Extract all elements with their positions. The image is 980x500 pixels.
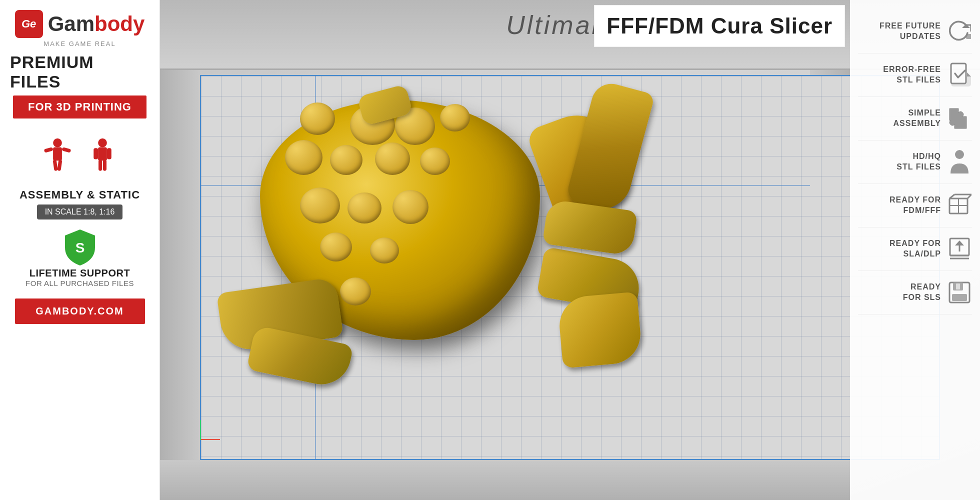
svg-rect-2 [44,147,53,152]
premium-files-label: PREMIUM FILES [10,52,150,92]
feature-error-free-text: ERROR-FREE STL FILES [883,64,941,86]
feature-free-updates: FREE FUTURE UPDATES [858,10,972,54]
feature-simple-assembly: SIMPLE ASSEMBLY [858,97,972,140]
feature-error-free: ERROR-FREE STL FILES [858,54,972,97]
3d-model [210,85,660,425]
logo-area: Ge Gambody MAKE GAME REAL PREMIUM FILES … [0,0,160,128]
document-check-icon [947,62,972,88]
limb-top-right [565,80,656,216]
scale-badge: IN SCALE 1:8, 1:16 [37,204,123,220]
svg-rect-14 [966,34,971,39]
axis-x-line [200,439,220,440]
shield-icon: S [62,228,98,268]
feature-simple-assembly-text: SIMPLE ASSEMBLY [894,108,941,129]
printer-frame-bottom [160,460,850,500]
logo-ge-badge: Ge [15,10,43,38]
svg-rect-5 [57,160,62,171]
svg-rect-15 [951,64,966,84]
feature-sla-text: READY FOR SLA/DLP [890,238,941,260]
svg-rect-30 [956,284,960,290]
gambody-logo: Ge Gambody [15,10,145,38]
feature-sls: READY FOR SLS [858,271,972,314]
limb-bottom-right-2 [557,292,643,368]
upload-icon [947,236,972,262]
tagline: MAKE GAME REAL [44,40,116,48]
support-section: S LIFETIME SUPPORT FOR ALL PURCHASED FIL… [26,228,134,288]
svg-point-0 [53,138,62,148]
skull-bump-9 [300,188,340,224]
skull-bump-5 [285,140,322,175]
feature-sls-text: READY FOR SLS [903,282,941,303]
skull-bump-11 [392,190,428,224]
static-figure-icon [88,138,118,178]
skull-bump-4 [440,104,470,132]
svg-rect-3 [62,147,71,152]
svg-point-6 [98,138,107,148]
refresh-icon [947,19,972,44]
skull-bump-7 [375,142,410,175]
svg-marker-27 [955,240,964,246]
skull-bump-6 [330,145,362,175]
floppy-icon [947,280,972,305]
right-feature-panel: FREE FUTURE UPDATES ERROR-FREE STL FILES [850,0,980,500]
svg-rect-8 [94,148,98,159]
svg-rect-4 [52,160,58,171]
skull-bump-12 [320,232,352,262]
skull-bump-14 [340,278,371,306]
skull-bump-13 [370,238,399,264]
svg-rect-9 [106,148,111,159]
figures-area [42,132,118,182]
assembly-static-label: ASSEMBLY & STATIC [20,188,140,202]
svg-point-16 [955,150,964,159]
figure-assembly [42,138,72,178]
feature-sla: READY FOR SLA/DLP [858,228,972,271]
skull-bump-2 [300,102,335,135]
cube-icon [947,193,972,218]
assembly-figure-icon [42,138,72,178]
puzzle-icon [947,106,972,131]
feature-hd-stl-text: HD/HQ STL FILES [896,152,941,172]
person-icon [947,150,972,174]
svg-rect-11 [102,160,106,170]
svg-rect-1 [53,148,62,161]
svg-rect-7 [98,148,107,161]
feature-free-updates-text: FREE FUTURE UPDATES [880,21,941,42]
axis-y-line [200,420,201,440]
logo-text: Gambody [48,12,145,36]
title-overlay: FFF/FDM Cura Slicer [594,5,845,47]
skull-bump-8 [420,148,450,175]
limb-middle-right [542,199,638,256]
feature-fdm-text: READY FOR FDM/FFF [890,195,941,216]
feature-hd-stl: HD/HQ STL FILES [858,140,972,184]
svg-rect-10 [98,160,102,170]
for-3d-printing-badge: FOR 3D PRINTING [13,96,146,118]
gambody-com-button[interactable]: GAMBODY.COM [15,298,145,324]
side-panel: Ge Gambody MAKE GAME REAL PREMIUM FILES … [0,0,160,500]
svg-text:S: S [75,240,84,256]
printer-frame-left [160,70,200,460]
skull-bump-10 [348,192,382,224]
purchased-files-label: FOR ALL PURCHASED FILES [26,279,134,288]
svg-rect-31 [952,294,967,301]
lifetime-support-label: LIFETIME SUPPORT [30,268,130,279]
figure-static [88,138,118,178]
feature-fdm: READY FOR FDM/FFF [858,184,972,228]
